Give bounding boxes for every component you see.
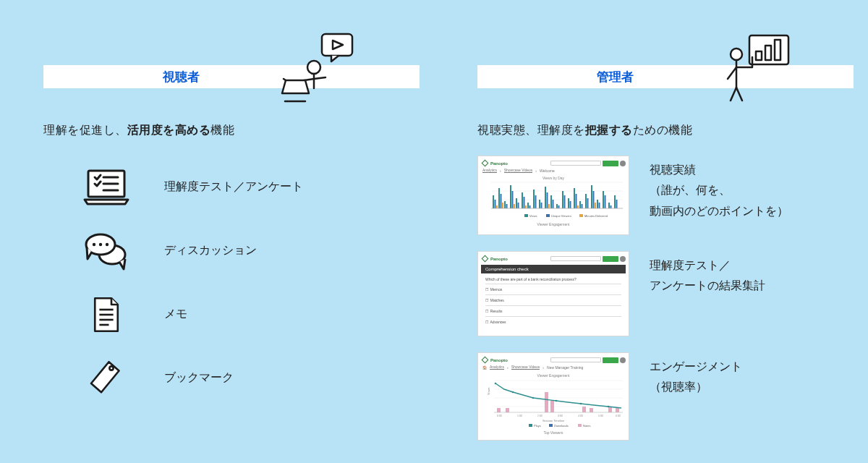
svg-rect-52 bbox=[518, 203, 519, 208]
svg-text:Top Viewers: Top Viewers bbox=[543, 430, 563, 435]
svg-rect-70 bbox=[496, 205, 498, 208]
admin-feature-list: Panopto Analytics›Showcase Videos›Welcom… bbox=[477, 156, 854, 441]
svg-rect-116 bbox=[549, 424, 553, 427]
svg-rect-30 bbox=[516, 198, 517, 208]
admin-header: 管理者 bbox=[477, 65, 854, 88]
svg-rect-43 bbox=[591, 185, 592, 208]
svg-text:Views by Day: Views by Day bbox=[542, 176, 565, 180]
svg-rect-33 bbox=[533, 190, 535, 208]
svg-rect-29 bbox=[510, 185, 511, 208]
feature-label: ブックマーク bbox=[164, 370, 234, 386]
svg-text:4:00: 4:00 bbox=[578, 415, 583, 417]
svg-rect-57 bbox=[547, 192, 548, 208]
svg-rect-78 bbox=[524, 214, 528, 217]
admin-title: 管理者 bbox=[477, 69, 854, 85]
svg-point-1 bbox=[307, 61, 320, 74]
svg-point-15 bbox=[109, 366, 113, 370]
feature-label: ディスカッション bbox=[164, 243, 257, 258]
svg-rect-34 bbox=[539, 200, 540, 208]
svg-rect-71 bbox=[502, 203, 503, 208]
svg-rect-75 bbox=[577, 205, 579, 208]
admin-item-quiz: Panopto Comprehension check Which of the… bbox=[477, 251, 854, 336]
svg-rect-74 bbox=[548, 204, 550, 208]
svg-text:Plays: Plays bbox=[534, 424, 541, 428]
svg-text:3:00: 3:00 bbox=[558, 415, 563, 417]
svg-rect-97 bbox=[608, 407, 612, 412]
svg-point-9 bbox=[99, 242, 102, 245]
document-icon bbox=[83, 293, 129, 336]
svg-point-101 bbox=[532, 396, 535, 399]
svg-text:Views: Views bbox=[529, 214, 537, 218]
svg-point-10 bbox=[106, 242, 109, 245]
svg-text:Downloads: Downloads bbox=[554, 424, 569, 428]
feature-discussion: ディスカッション bbox=[43, 219, 420, 283]
svg-rect-76 bbox=[595, 203, 596, 208]
admin-item-label: 理解度テスト／ アンケートの結果集計 bbox=[650, 251, 765, 297]
svg-rect-38 bbox=[562, 191, 563, 208]
svg-text:2:00: 2:00 bbox=[537, 415, 542, 417]
svg-text:Viewer Engagement: Viewer Engagement bbox=[537, 373, 571, 378]
thumbnail-engagement: Panopto 🏠Analytics›Showcase Videos›New M… bbox=[477, 352, 629, 441]
svg-rect-62 bbox=[576, 194, 577, 208]
svg-text:Unique Viewers: Unique Viewers bbox=[551, 214, 571, 218]
thumbnail-dashboard: Panopto Analytics›Showcase Videos›Welcom… bbox=[477, 156, 629, 235]
tag-icon bbox=[83, 357, 129, 400]
viewer-title: 視聴者 bbox=[43, 69, 420, 85]
svg-rect-65 bbox=[593, 191, 595, 208]
svg-rect-64 bbox=[587, 198, 589, 208]
svg-rect-40 bbox=[574, 188, 575, 208]
viewer-column: 視聴者 bbox=[43, 0, 420, 410]
svg-rect-95 bbox=[582, 407, 586, 412]
svg-rect-49 bbox=[501, 194, 502, 208]
svg-rect-45 bbox=[603, 191, 604, 208]
viewer-feature-list: 理解度テスト／アンケート ディスカッション bbox=[43, 156, 420, 410]
svg-rect-44 bbox=[597, 200, 598, 208]
svg-rect-82 bbox=[579, 214, 583, 217]
svg-point-99 bbox=[495, 382, 497, 384]
svg-text:5:00: 5:00 bbox=[598, 415, 603, 417]
svg-text:Session Timeline: Session Timeline bbox=[542, 419, 565, 422]
svg-point-20 bbox=[731, 48, 742, 60]
svg-rect-37 bbox=[556, 204, 558, 208]
svg-text:Viewer Engagement: Viewer Engagement bbox=[537, 222, 571, 226]
svg-text:1:00: 1:00 bbox=[517, 415, 522, 417]
svg-rect-98 bbox=[616, 408, 619, 412]
admin-item-engagement: Panopto 🏠Analytics›Showcase Videos›New M… bbox=[477, 352, 854, 441]
svg-rect-46 bbox=[608, 203, 610, 208]
svg-rect-114 bbox=[529, 424, 532, 427]
svg-rect-28 bbox=[504, 201, 506, 208]
svg-point-104 bbox=[608, 405, 610, 407]
svg-text:6:00: 6:00 bbox=[616, 415, 621, 417]
admin-illustration bbox=[716, 33, 796, 105]
svg-rect-35 bbox=[545, 187, 546, 208]
feature-label: 理解度テスト／アンケート bbox=[164, 179, 303, 195]
thumbnail-quiz: Panopto Comprehension check Which of the… bbox=[477, 251, 629, 336]
svg-point-100 bbox=[512, 391, 514, 393]
svg-rect-55 bbox=[535, 195, 537, 208]
svg-rect-93 bbox=[545, 392, 548, 412]
svg-rect-47 bbox=[614, 195, 616, 208]
admin-item-label: 視聴実績 （誰が、何を、 動画内のどのポイントを） bbox=[650, 156, 788, 222]
svg-rect-80 bbox=[546, 214, 550, 217]
svg-rect-53 bbox=[524, 197, 525, 208]
svg-rect-31 bbox=[522, 192, 523, 208]
svg-rect-66 bbox=[599, 203, 600, 208]
svg-rect-72 bbox=[514, 204, 515, 208]
svg-rect-41 bbox=[579, 201, 581, 208]
svg-rect-27 bbox=[498, 188, 500, 208]
svg-text:Minutes Delivered: Minutes Delivered bbox=[584, 214, 608, 218]
admin-subhead: 視聴実態、理解度を把握するための機能 bbox=[477, 121, 854, 140]
svg-rect-60 bbox=[564, 195, 566, 208]
feature-quiz: 理解度テスト／アンケート bbox=[43, 156, 420, 219]
admin-item-viewing: Panopto Analytics›Showcase Videos›Welcom… bbox=[477, 156, 854, 235]
svg-rect-68 bbox=[610, 205, 612, 208]
svg-rect-0 bbox=[322, 34, 352, 56]
svg-rect-69 bbox=[616, 200, 618, 208]
speech-bubbles-icon bbox=[83, 229, 129, 273]
svg-rect-61 bbox=[570, 201, 571, 208]
admin-column: 管理者 bbox=[477, 0, 854, 456]
svg-rect-17 bbox=[756, 51, 762, 60]
svg-rect-51 bbox=[512, 191, 514, 208]
feature-memo: メモ bbox=[43, 283, 420, 347]
svg-rect-96 bbox=[590, 408, 593, 412]
